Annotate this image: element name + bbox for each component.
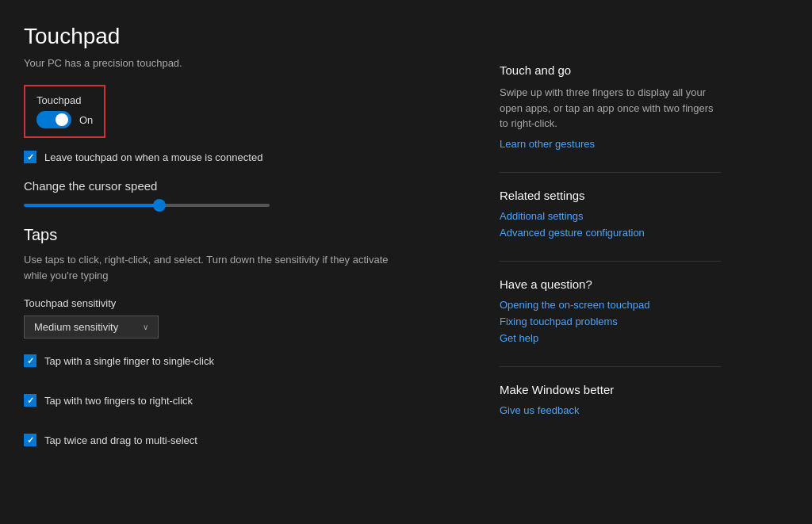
tap-single-checkbox[interactable] bbox=[24, 354, 36, 367]
dropdown-arrow-icon: ∨ bbox=[143, 323, 148, 331]
toggle-on-text: On bbox=[79, 114, 93, 126]
sensitivity-dropdown[interactable]: Medium sensitivity ∨ bbox=[24, 316, 159, 338]
get-help-link[interactable]: Get help bbox=[500, 332, 722, 344]
cursor-speed-section: Change the cursor speed bbox=[24, 179, 468, 207]
touch-and-go-body: Swipe up with three fingers to display a… bbox=[500, 85, 722, 132]
touchpad-toggle-box: Touchpad On bbox=[24, 85, 105, 138]
touch-and-go-section: Touch and go Swipe up with three fingers… bbox=[500, 63, 722, 150]
cursor-speed-slider-track[interactable] bbox=[24, 204, 270, 207]
tap-checkbox-row-1[interactable]: Tap with a single finger to single-click bbox=[24, 354, 468, 367]
have-a-question-title: Have a question? bbox=[500, 277, 722, 291]
tap-two-fingers-checkbox[interactable] bbox=[24, 394, 36, 407]
learn-other-gestures-link[interactable]: Learn other gestures bbox=[500, 138, 722, 150]
tap-checkbox-row-2[interactable]: Tap with two fingers to right-click bbox=[24, 394, 468, 407]
opening-on-screen-touchpad-link[interactable]: Opening the on-screen touchpad bbox=[500, 299, 722, 311]
mouse-checkbox-row[interactable]: Leave touchpad on when a mouse is connec… bbox=[24, 151, 468, 163]
make-windows-better-section: Make Windows better Give us feedback bbox=[500, 383, 722, 416]
page-title: Touchpad bbox=[24, 24, 468, 49]
related-settings-section: Related settings Additional settings Adv… bbox=[500, 189, 722, 239]
divider-2 bbox=[500, 261, 722, 262]
page-subtitle: Your PC has a precision touchpad. bbox=[24, 57, 468, 69]
tap-twice-drag-label: Tap twice and drag to multi-select bbox=[44, 434, 197, 446]
sensitivity-label: Touchpad sensitivity bbox=[24, 297, 468, 309]
mouse-checkbox[interactable] bbox=[24, 151, 36, 163]
divider-1 bbox=[500, 172, 722, 173]
taps-title: Taps bbox=[24, 226, 468, 244]
cursor-speed-label: Change the cursor speed bbox=[24, 179, 468, 193]
touchpad-toggle-switch[interactable] bbox=[36, 111, 71, 128]
tap-single-label: Tap with a single finger to single-click bbox=[44, 355, 214, 367]
advanced-gesture-config-link[interactable]: Advanced gesture configuration bbox=[500, 227, 722, 239]
tap-two-fingers-label: Tap with two fingers to right-click bbox=[44, 395, 193, 407]
give-us-feedback-link[interactable]: Give us feedback bbox=[500, 404, 722, 416]
divider-3 bbox=[500, 366, 722, 367]
cursor-speed-slider-thumb[interactable] bbox=[153, 199, 166, 212]
right-panel: Touch and go Swipe up with three fingers… bbox=[500, 24, 722, 500]
tap-checkbox-row-3[interactable]: Tap twice and drag to multi-select bbox=[24, 434, 468, 446]
touchpad-toggle-label: Touchpad bbox=[36, 94, 93, 106]
toggle-row: On bbox=[36, 111, 93, 128]
have-a-question-section: Have a question? Opening the on-screen t… bbox=[500, 277, 722, 344]
fixing-touchpad-problems-link[interactable]: Fixing touchpad problems bbox=[500, 316, 722, 327]
make-windows-better-title: Make Windows better bbox=[500, 383, 722, 396]
toggle-thumb bbox=[56, 113, 68, 126]
tap-twice-drag-checkbox[interactable] bbox=[24, 434, 36, 446]
taps-description: Use taps to click, right-click, and sele… bbox=[24, 252, 404, 283]
related-settings-title: Related settings bbox=[500, 189, 722, 202]
mouse-checkbox-label: Leave touchpad on when a mouse is connec… bbox=[44, 151, 262, 163]
tap-checkboxes: Tap with a single finger to single-click… bbox=[24, 354, 468, 462]
left-panel: Touchpad Your PC has a precision touchpa… bbox=[24, 24, 468, 500]
touch-and-go-title: Touch and go bbox=[500, 63, 722, 77]
additional-settings-link[interactable]: Additional settings bbox=[500, 210, 722, 222]
sensitivity-dropdown-value: Medium sensitivity bbox=[34, 321, 136, 333]
